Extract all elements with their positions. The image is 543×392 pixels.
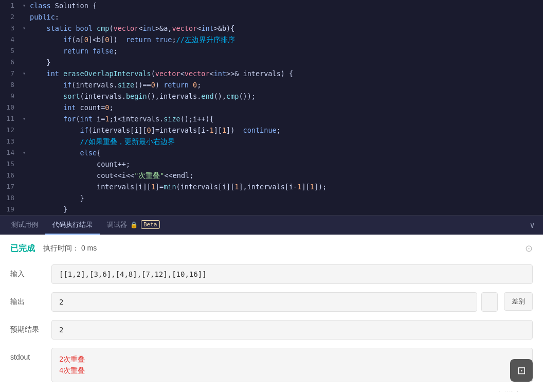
line-number: 9 — [0, 91, 21, 102]
fold-arrow[interactable]: ▾ — [21, 68, 28, 79]
fold-arrow[interactable]: ▾ — [21, 0, 28, 11]
line-number: 16 — [0, 170, 21, 181]
line-content: } — [28, 192, 543, 204]
results-area: 已完成 执行时间： 0 ms ⊙ 输入 [[1,2],[3,6],[4,8],[… — [0, 235, 543, 392]
code-line: 2public: — [0, 11, 543, 23]
code-line: 16 cout<<i<<"次重叠"<<endl; — [0, 170, 543, 181]
tab-debugger[interactable]: 调试器 🔒 Beta — [100, 216, 167, 235]
line-content: //如果重叠，更新最小右边界 — [28, 136, 543, 147]
input-value: [[1,2],[3,6],[4,8],[7,12],[10,16]] — [51, 264, 533, 284]
code-editor: 1▾class Solution {2public:3▾ static bool… — [0, 0, 543, 215]
output-value: 2 — [51, 292, 477, 312]
code-line: 5 return false; — [0, 45, 543, 57]
expected-value: 2 — [51, 320, 533, 340]
code-line: 18 } — [0, 192, 543, 204]
line-content: else{ — [28, 147, 543, 158]
code-line: 15 count++; — [0, 158, 543, 170]
status-row: 已完成 执行时间： 0 ms ⊙ — [10, 243, 533, 254]
floating-button[interactable]: ⊡ — [510, 359, 533, 382]
line-number: 17 — [0, 181, 21, 192]
input-row: 输入 [[1,2],[3,6],[4,8],[7,12],[10,16]] — [10, 264, 533, 284]
code-line: 6 } — [0, 57, 543, 68]
line-number: 2 — [0, 11, 21, 23]
code-line: 9 sort(intervals.begin(),intervals.end()… — [0, 91, 543, 102]
code-line: 17 intervals[i][1]=min(intervals[i][1],i… — [0, 181, 543, 192]
line-content: intervals[i][1]=min(intervals[i][1],inte… — [28, 181, 543, 192]
line-number: 6 — [0, 57, 21, 68]
fold-arrow[interactable]: ▾ — [21, 147, 28, 158]
line-number: 14 — [0, 147, 21, 158]
output-label: 输出 — [10, 292, 51, 307]
beta-badge: Beta — [141, 220, 160, 229]
status-label: 已完成 — [10, 243, 35, 254]
tab-exec-result[interactable]: 代码执行结果 — [45, 216, 100, 235]
bottom-tabs: 测试用例 代码执行结果 调试器 🔒 Beta ∨ — [0, 215, 543, 235]
line-number: 1 — [0, 0, 21, 11]
line-content: class Solution { — [28, 0, 543, 11]
line-number: 13 — [0, 136, 21, 147]
line-number: 5 — [0, 45, 21, 57]
stdout-row: stdout 2次重叠4次重叠 — [10, 348, 533, 382]
line-number: 10 — [0, 102, 21, 113]
line-content: } — [28, 204, 543, 215]
line-number: 15 — [0, 158, 21, 170]
fold-arrow[interactable]: ▾ — [21, 23, 28, 34]
info-icon[interactable]: ⊙ — [525, 243, 533, 254]
line-number: 8 — [0, 79, 21, 91]
code-line: 10 int count=0; — [0, 102, 543, 113]
output-row: 输出 2 差别 — [10, 292, 533, 312]
line-number: 19 — [0, 204, 21, 215]
code-line: 8 if(intervals.size()==0) return 0; — [0, 79, 543, 91]
line-content: cout<<i<<"次重叠"<<endl; — [28, 170, 543, 181]
line-content: if(intervals[i][0]=intervals[i-1][1]) co… — [28, 124, 543, 136]
exec-time: 执行时间： 0 ms — [43, 244, 97, 253]
line-content: count++; — [28, 158, 543, 170]
line-content: if(intervals.size()==0) return 0; — [28, 79, 543, 91]
line-number: 18 — [0, 192, 21, 204]
input-label: 输入 — [10, 264, 51, 279]
line-content: sort(intervals.begin(),intervals.end(),c… — [28, 91, 543, 102]
stdout-value: 2次重叠4次重叠 — [51, 348, 533, 382]
code-line: 14▾ else{ — [0, 147, 543, 158]
line-content: if(a[0]<b[0]) return true;//左边界升序排序 — [28, 34, 543, 45]
line-number: 7 — [0, 68, 21, 79]
stdout-line: 2次重叠 — [59, 353, 525, 365]
code-line: 12 if(intervals[i][0]=intervals[i-1][1])… — [0, 124, 543, 136]
code-line: 3▾ static bool cmp(vector<int>&a,vector<… — [0, 23, 543, 34]
code-line: 4 if(a[0]<b[0]) return true;//左边界升序排序 — [0, 34, 543, 45]
stdout-line: 4次重叠 — [59, 365, 525, 376]
line-content: for(int i=1;i<intervals.size();i++){ — [28, 113, 543, 124]
code-line: 13 //如果重叠，更新最小右边界 — [0, 136, 543, 147]
code-line: 1▾class Solution { — [0, 0, 543, 11]
line-number: 3 — [0, 23, 21, 34]
code-line: 7▾ int eraseOverlapIntervals(vector<vect… — [0, 68, 543, 79]
diff-button[interactable]: 差别 — [504, 292, 533, 311]
code-line: 11▾ for(int i=1;i<intervals.size();i++){ — [0, 113, 543, 124]
stdout-label: stdout — [10, 348, 51, 361]
line-number: 4 — [0, 34, 21, 45]
lock-icon: 🔒 — [130, 221, 138, 228]
collapse-chevron[interactable]: ∨ — [530, 220, 539, 230]
code-line: 19 } — [0, 204, 543, 215]
line-content: return false; — [28, 45, 543, 57]
line-content: static bool cmp(vector<int>&a,vector<int… — [28, 23, 543, 34]
line-content: int count=0; — [28, 102, 543, 113]
fold-arrow[interactable]: ▾ — [21, 113, 28, 124]
tab-test-case[interactable]: 测试用例 — [4, 216, 45, 235]
line-content: public: — [28, 11, 543, 23]
line-number: 12 — [0, 124, 21, 136]
line-content: int eraseOverlapIntervals(vector<vector<… — [28, 68, 543, 79]
line-number: 11 — [0, 113, 21, 124]
expected-label: 预期结果 — [10, 320, 51, 334]
expected-row: 预期结果 2 — [10, 320, 533, 340]
line-content: } — [28, 57, 543, 68]
